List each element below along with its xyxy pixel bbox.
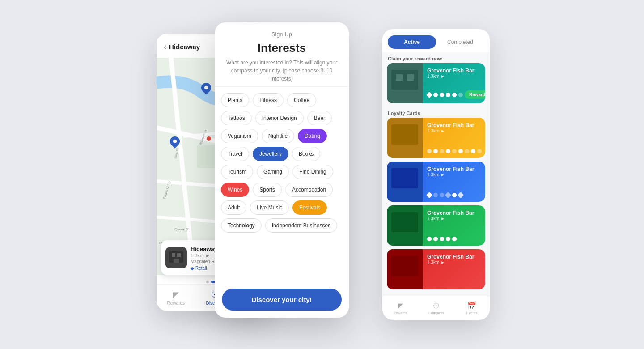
interest-tag[interactable]: Books bbox=[292, 147, 320, 161]
interest-tag[interactable]: Live Music bbox=[250, 200, 289, 215]
nav-events-label: Events bbox=[466, 311, 477, 315]
card-name: Grovenor Fish Bar bbox=[427, 68, 485, 74]
interest-tag[interactable]: Beer bbox=[307, 111, 332, 125]
rewards-icon: ◤ bbox=[173, 290, 179, 300]
discover-button[interactable]: Discover your city! bbox=[222, 289, 342, 311]
svg-rect-30 bbox=[391, 168, 418, 188]
stamp-diamond bbox=[426, 192, 432, 198]
stamp-diamond bbox=[458, 192, 464, 198]
interest-tag[interactable]: Plants bbox=[221, 93, 249, 107]
map-title: Hideaway bbox=[169, 43, 200, 51]
interest-tag[interactable]: Gaming bbox=[257, 165, 289, 179]
stamp-dots bbox=[427, 149, 482, 153]
reward-card[interactable]: Grovenor Fish Bar 1.3km ► bbox=[387, 162, 485, 202]
card-content: Grovenor Fish Bar 1.3km ► bbox=[423, 205, 485, 246]
interest-tag[interactable]: Independent Businesses bbox=[265, 218, 337, 233]
interest-tag[interactable]: Dating bbox=[298, 129, 327, 143]
stamp-dot-empty bbox=[452, 149, 457, 153]
card-thumbnail bbox=[387, 205, 423, 246]
nav-compass-label: Compass bbox=[428, 311, 444, 315]
page-dot bbox=[206, 281, 209, 283]
reward-card[interactable]: Grovenor Fish Bar 1.3km ► bbox=[387, 205, 485, 246]
stamp-dot-empty bbox=[477, 149, 482, 153]
card-distance: 1.3km ► bbox=[427, 172, 481, 177]
interest-tag[interactable]: Tourism bbox=[221, 165, 253, 179]
card-thumbnail bbox=[387, 249, 423, 289]
card-name: Grovenor Fish Bar bbox=[427, 122, 482, 128]
stamp-dot bbox=[433, 193, 438, 197]
interest-tag[interactable]: Sports bbox=[253, 183, 282, 197]
events-icon: 📅 bbox=[467, 302, 476, 310]
interest-tag[interactable]: Fitness bbox=[253, 93, 284, 107]
svg-rect-22 bbox=[174, 259, 179, 263]
interest-tag[interactable]: Fine Dining bbox=[292, 165, 333, 179]
card-content: Grovenor Fish Bar 1.3km ► bbox=[423, 162, 485, 202]
stamp-dot bbox=[452, 237, 457, 241]
place-name: Hideaway bbox=[191, 246, 217, 252]
stamp-dot bbox=[446, 149, 450, 153]
section-loyalty-title: Loyalty Cards bbox=[382, 107, 490, 118]
interest-tag[interactable]: Tattoos bbox=[221, 111, 252, 125]
interest-tag[interactable]: Jewellery bbox=[253, 147, 288, 161]
interest-tag[interactable]: Veganism bbox=[221, 129, 258, 143]
stamp-dot bbox=[433, 93, 438, 97]
svg-rect-34 bbox=[391, 256, 418, 276]
back-icon[interactable]: ‹ bbox=[164, 42, 166, 51]
stamp-dot bbox=[471, 149, 475, 153]
interest-tag[interactable]: Accomodation bbox=[285, 183, 333, 197]
interest-tag[interactable]: Festivals bbox=[292, 200, 327, 215]
card-name: Grovenor Fish Bar bbox=[427, 254, 481, 260]
reward-card[interactable]: Grovenor Fish Bar 1.3km ► bbox=[387, 118, 485, 158]
interest-tag[interactable]: Interior Design bbox=[255, 111, 304, 125]
nav-rewards[interactable]: ◤ Rewards bbox=[382, 296, 418, 320]
interests-grid: PlantsFitnessCoffeeTattoosInterior Desig… bbox=[215, 87, 349, 239]
stamp-dot-empty bbox=[440, 149, 444, 153]
reward-card[interactable]: Grovenor Fish Bar 1.3km ► Reward bbox=[387, 63, 485, 103]
nav-rewards[interactable]: ◤ Rewards bbox=[157, 285, 195, 311]
tab-active[interactable]: Active bbox=[388, 35, 436, 49]
interest-tag[interactable]: Technology bbox=[221, 218, 262, 233]
stamp-dot bbox=[427, 237, 432, 241]
nav-events[interactable]: 📅 Events bbox=[454, 296, 490, 320]
interests-title: Interests bbox=[224, 41, 340, 55]
interest-tag[interactable]: Coffee bbox=[287, 93, 316, 107]
stamp-dot bbox=[458, 149, 463, 153]
interests-subtitle: What are you interested in? This will al… bbox=[224, 59, 340, 83]
stamp-dot bbox=[440, 93, 444, 97]
map-location-dot bbox=[206, 136, 212, 142]
rewards-icon: ◤ bbox=[398, 302, 403, 310]
tab-completed[interactable]: Completed bbox=[436, 35, 484, 49]
svg-text:Elm Hill: Elm Hill bbox=[174, 148, 179, 159]
interest-tag[interactable]: Adult bbox=[221, 200, 246, 215]
rewards-tabs: Active Completed bbox=[382, 29, 490, 52]
stamp-dots: Reward bbox=[427, 90, 485, 99]
stamp-dot bbox=[446, 237, 450, 241]
card-thumbnail bbox=[387, 162, 423, 202]
stamp-dot bbox=[440, 237, 444, 241]
svg-rect-21 bbox=[177, 253, 181, 257]
card-distance: 1.3km ► bbox=[427, 74, 485, 79]
signup-label: Sign Up bbox=[224, 31, 340, 38]
nav-compass[interactable]: ☉ Compass bbox=[418, 296, 454, 320]
rewards-bottom-nav: ◤ Rewards ☉ Compass 📅 Events bbox=[382, 296, 490, 320]
reward-card[interactable]: Grovenor Fish Bar 1.3km ► bbox=[387, 249, 485, 289]
stamp-dot bbox=[433, 237, 438, 241]
place-thumbnail bbox=[165, 247, 187, 268]
interest-tag[interactable]: Nightlife bbox=[262, 129, 294, 143]
stamp-dots bbox=[427, 193, 481, 197]
stamp-dot bbox=[440, 193, 444, 197]
interest-tag[interactable]: Travel bbox=[221, 147, 249, 161]
interest-tag[interactable]: Wines bbox=[221, 183, 249, 197]
stamp-dot bbox=[452, 193, 457, 197]
card-name: Grovenor Fish Bar bbox=[427, 210, 481, 216]
screen-rewards: Active Completed Claim your reward now G… bbox=[382, 29, 490, 320]
stamp-diamond bbox=[445, 192, 451, 198]
stamp-dot bbox=[452, 93, 457, 97]
stamp-diamond bbox=[426, 91, 432, 98]
nav-rewards-label: Rewards bbox=[393, 311, 407, 315]
card-name: Grovenor Fish Bar bbox=[427, 166, 481, 172]
card-content: Grovenor Fish Bar 1.3km ► bbox=[423, 249, 485, 289]
section-claim-title: Claim your reward now bbox=[382, 52, 490, 63]
reward-button[interactable]: Reward bbox=[465, 90, 485, 99]
stamp-dot bbox=[433, 149, 438, 153]
